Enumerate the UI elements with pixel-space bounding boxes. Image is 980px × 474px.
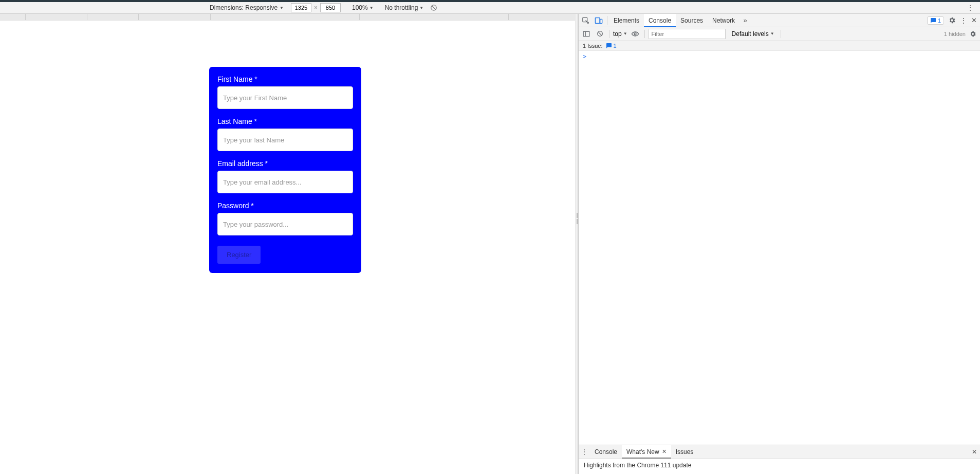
- throttling-dropdown[interactable]: No throttling ▼: [385, 4, 424, 11]
- email-input[interactable]: [217, 171, 353, 193]
- devtools-panel: Elements Console Sources Network » 1 ⋮ ✕: [578, 14, 980, 474]
- console-prompt: >: [583, 53, 586, 60]
- last-name-label: Last Name *: [217, 117, 353, 125]
- kebab-menu-icon[interactable]: ⋮: [960, 16, 967, 25]
- drawer-tab-issues[interactable]: Issues: [671, 445, 698, 458]
- svg-rect-3: [595, 17, 600, 23]
- levels-label: Default levels: [732, 30, 769, 38]
- registration-form: First Name * Last Name * Email address *: [209, 67, 361, 273]
- tab-console[interactable]: Console: [644, 14, 676, 27]
- context-value: top: [613, 30, 622, 38]
- width-input[interactable]: [291, 3, 311, 12]
- close-devtools-icon[interactable]: ✕: [971, 16, 977, 24]
- chevron-down-icon: ▼: [280, 6, 284, 10]
- chevron-down-icon: ▼: [369, 6, 374, 10]
- log-levels-dropdown[interactable]: Default levels ▼: [732, 30, 774, 38]
- height-input[interactable]: [320, 3, 341, 12]
- ruler: [0, 14, 575, 20]
- dimension-separator: ×: [314, 4, 318, 11]
- toggle-sidebar-icon[interactable]: [581, 28, 592, 40]
- register-button[interactable]: Register: [217, 246, 261, 264]
- drawer-menu-icon[interactable]: ⋮: [579, 445, 590, 458]
- device-toolbar: Dimensions: Responsive ▼ × 100% ▼ No thr…: [0, 2, 980, 14]
- console-body[interactable]: >: [579, 51, 980, 445]
- rendered-page: First Name * Last Name * Email address *: [5, 30, 565, 451]
- clear-console-icon[interactable]: [594, 28, 605, 40]
- rotate-icon[interactable]: [430, 4, 438, 12]
- console-settings-icon[interactable]: [968, 30, 978, 38]
- chevron-down-icon: ▼: [770, 31, 774, 36]
- more-tabs-icon[interactable]: »: [739, 14, 751, 27]
- tab-network[interactable]: Network: [708, 14, 739, 27]
- drawer-tab-console[interactable]: Console: [590, 445, 622, 458]
- drawer-tabs: ⋮ Console What's New ✕ Issues ✕: [579, 445, 980, 459]
- device-viewport: First Name * Last Name * Email address *: [0, 14, 575, 474]
- more-options-icon[interactable]: ⋮: [967, 4, 974, 12]
- drawer-tab-whats-new-label: What's New: [626, 448, 659, 455]
- svg-line-1: [432, 6, 436, 10]
- email-label: Email address *: [217, 159, 353, 168]
- issues-chip-count: 1: [938, 17, 941, 24]
- drawer-tab-whats-new[interactable]: What's New ✕: [622, 445, 671, 458]
- issues-badge: 1: [606, 43, 617, 49]
- last-name-input[interactable]: [217, 129, 353, 151]
- zoom-dropdown[interactable]: 100% ▼: [352, 4, 374, 11]
- inspect-icon[interactable]: [579, 14, 592, 27]
- password-label: Password *: [217, 202, 353, 210]
- svg-rect-5: [583, 31, 589, 36]
- tab-sources[interactable]: Sources: [676, 14, 708, 27]
- zoom-value: 100%: [352, 4, 368, 11]
- issues-chip[interactable]: 1: [927, 16, 944, 25]
- issues-bar-label: 1 Issue:: [583, 43, 603, 49]
- chevron-down-icon: ▼: [419, 6, 423, 10]
- issues-bar[interactable]: 1 Issue: 1: [579, 41, 980, 51]
- close-drawer-icon[interactable]: ✕: [969, 445, 980, 458]
- svg-point-9: [634, 33, 636, 35]
- dimensions-dropdown[interactable]: Dimensions: Responsive ▼: [210, 4, 284, 11]
- panel-divider[interactable]: [575, 14, 578, 474]
- hidden-count: 1 hidden: [944, 31, 966, 37]
- issues-badge-count: 1: [614, 43, 617, 49]
- close-icon[interactable]: ✕: [662, 448, 667, 455]
- password-input[interactable]: [217, 213, 353, 235]
- drawer-body: Highlights from the Chrome 111 update: [579, 459, 980, 474]
- filter-input[interactable]: [649, 29, 726, 39]
- first-name-input[interactable]: [217, 86, 353, 109]
- first-name-label: First Name *: [217, 75, 353, 83]
- chevron-down-icon: ▼: [623, 31, 627, 36]
- console-toolbar: top ▼ Default levels ▼ 1 hidden: [579, 27, 980, 41]
- drawer-body-text: Highlights from the Chrome 111 update: [584, 462, 691, 469]
- devtools-drawer: ⋮ Console What's New ✕ Issues ✕ Highligh…: [579, 445, 980, 474]
- execution-context-dropdown[interactable]: top ▼: [613, 30, 627, 38]
- throttling-value: No throttling: [385, 4, 418, 11]
- dimensions-label: Dimensions: Responsive: [210, 4, 278, 11]
- toggle-device-icon[interactable]: [592, 14, 605, 27]
- tab-elements[interactable]: Elements: [609, 14, 644, 27]
- svg-line-8: [598, 32, 602, 35]
- live-expression-icon[interactable]: [630, 28, 641, 40]
- svg-rect-4: [600, 19, 602, 23]
- devtools-tabs: Elements Console Sources Network » 1 ⋮ ✕: [579, 14, 980, 27]
- settings-icon[interactable]: [948, 16, 956, 24]
